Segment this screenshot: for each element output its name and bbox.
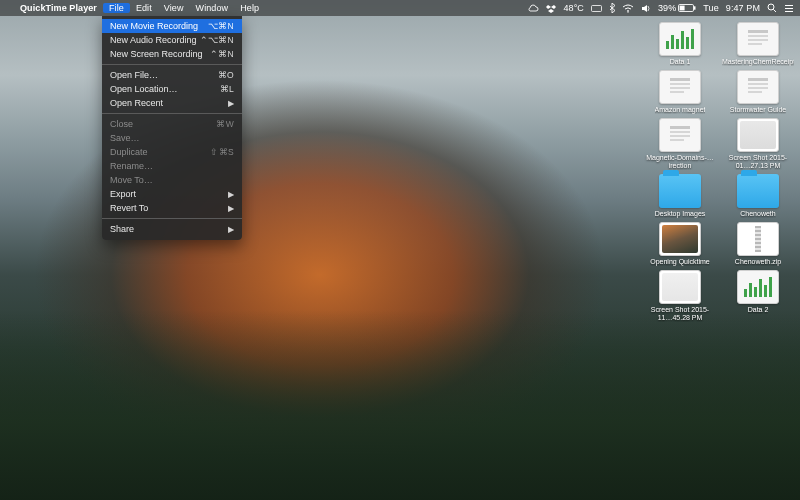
desktop-icon-label: Amazon magnet bbox=[655, 106, 706, 114]
image-icon bbox=[659, 222, 701, 256]
app-name[interactable]: QuickTime Player bbox=[14, 3, 103, 13]
submenu-arrow-icon: ▶ bbox=[228, 204, 234, 213]
menu-item-new-audio-recording[interactable]: New Audio Recording⌃⌥⌘N bbox=[102, 33, 242, 47]
svg-rect-0 bbox=[591, 5, 601, 11]
menu-item-open-file[interactable]: Open File…⌘O bbox=[102, 68, 242, 82]
menu-item-label: Duplicate bbox=[110, 147, 210, 157]
menu-item-rename: Rename… bbox=[102, 159, 242, 173]
menu-edit[interactable]: Edit bbox=[130, 3, 158, 13]
menu-item-revert-to[interactable]: Revert To▶ bbox=[102, 201, 242, 215]
desktop-icon[interactable]: Screen Shot 2015-11…45.28 PM bbox=[644, 270, 716, 322]
svg-rect-20 bbox=[748, 87, 768, 89]
image-icon bbox=[659, 270, 701, 304]
desktop-icon-label: Chenoweth.zip bbox=[735, 258, 781, 266]
doc-icon bbox=[737, 70, 779, 104]
menu-item-open-recent[interactable]: Open Recent▶ bbox=[102, 96, 242, 110]
image-icon bbox=[737, 118, 779, 152]
doc-icon bbox=[737, 22, 779, 56]
menubar: QuickTime Player FileEditViewWindowHelp … bbox=[0, 0, 800, 16]
desktop-icon[interactable]: Data 2 bbox=[722, 270, 794, 322]
svg-rect-22 bbox=[670, 126, 690, 129]
chart-icon bbox=[659, 22, 701, 56]
volume-icon[interactable] bbox=[641, 4, 651, 13]
doc-icon bbox=[659, 118, 701, 152]
menu-item-move-to: Move To… bbox=[102, 173, 242, 187]
desktop-icon[interactable]: Chenoweth.zip bbox=[722, 222, 794, 266]
bluetooth-icon[interactable] bbox=[609, 3, 615, 13]
desktop-icon[interactable]: Chenoweth bbox=[722, 174, 794, 218]
menu-item-export[interactable]: Export▶ bbox=[102, 187, 242, 201]
svg-rect-3 bbox=[694, 6, 696, 9]
file-menu-dropdown: New Movie Recording⌥⌘NNew Audio Recordin… bbox=[102, 16, 242, 240]
notification-center-icon[interactable] bbox=[784, 4, 794, 13]
svg-line-6 bbox=[773, 9, 776, 12]
svg-rect-16 bbox=[670, 87, 690, 89]
menu-item-label: Close bbox=[110, 119, 216, 129]
desktop-icon[interactable]: Desktop Images bbox=[644, 174, 716, 218]
desktop-icon-label: Stormwater Guide bbox=[730, 106, 786, 114]
menu-item-shortcut: ⌥⌘N bbox=[208, 21, 234, 31]
desktop-icon-label: MasteringChemReceipt bbox=[722, 58, 794, 66]
desktop-icons-area: Data 1MasteringChemReceiptAmazon magnetS… bbox=[634, 22, 794, 322]
desktop-icon[interactable]: Magnetic-Domains-…irection bbox=[644, 118, 716, 170]
cloud-icon[interactable] bbox=[527, 4, 539, 13]
menu-item-new-screen-recording[interactable]: New Screen Recording⌃⌘N bbox=[102, 47, 242, 61]
desktop-icon-label: Data 1 bbox=[670, 58, 691, 66]
desktop-icon[interactable]: Opening Quicktime bbox=[644, 222, 716, 266]
menu-item-label: New Movie Recording bbox=[110, 21, 208, 31]
folder-icon bbox=[659, 174, 701, 208]
zip-icon bbox=[737, 222, 779, 256]
menu-item-label: New Audio Recording bbox=[110, 35, 200, 45]
desktop-icon[interactable]: Screen Shot 2015-01…27.13 PM bbox=[722, 118, 794, 170]
svg-rect-25 bbox=[670, 139, 684, 141]
svg-point-5 bbox=[768, 4, 774, 10]
svg-rect-23 bbox=[670, 131, 690, 133]
menu-item-shortcut: ⇧⌘S bbox=[210, 147, 234, 157]
menu-item-share[interactable]: Share▶ bbox=[102, 222, 242, 236]
desktop-icon-label: Desktop Images bbox=[655, 210, 706, 218]
menu-separator bbox=[102, 113, 242, 114]
menu-item-close: Close⌘W bbox=[102, 117, 242, 131]
folder-icon bbox=[737, 174, 779, 208]
menu-view[interactable]: View bbox=[158, 3, 190, 13]
menu-item-label: Share bbox=[110, 224, 222, 234]
menu-item-label: Open Location… bbox=[110, 84, 220, 94]
menu-help[interactable]: Help bbox=[234, 3, 265, 13]
svg-rect-12 bbox=[748, 39, 768, 41]
svg-rect-18 bbox=[748, 78, 768, 81]
menu-item-save: Save… bbox=[102, 131, 242, 145]
desktop-icon-label: Screen Shot 2015-01…27.13 PM bbox=[722, 154, 794, 170]
chart-icon bbox=[737, 270, 779, 304]
svg-rect-10 bbox=[748, 30, 768, 33]
svg-point-1 bbox=[627, 11, 628, 12]
menu-item-shortcut: ⌃⌘N bbox=[210, 49, 234, 59]
menu-item-label: Save… bbox=[110, 133, 234, 143]
desktop-icon[interactable]: Stormwater Guide bbox=[722, 70, 794, 114]
menu-item-open-location[interactable]: Open Location…⌘L bbox=[102, 82, 242, 96]
desktop-icon[interactable]: Amazon magnet bbox=[644, 70, 716, 114]
menu-file[interactable]: File bbox=[103, 3, 130, 13]
menu-item-new-movie-recording[interactable]: New Movie Recording⌥⌘N bbox=[102, 19, 242, 33]
battery-indicator[interactable]: 39% bbox=[658, 3, 696, 13]
keyboard-icon[interactable] bbox=[591, 5, 602, 12]
wifi-icon[interactable] bbox=[622, 4, 634, 13]
svg-rect-17 bbox=[670, 91, 684, 93]
svg-rect-24 bbox=[670, 135, 690, 137]
clock-time[interactable]: 9:47 PM bbox=[726, 3, 760, 13]
menu-item-label: Open Recent bbox=[110, 98, 222, 108]
desktop-icon-label: Magnetic-Domains-…irection bbox=[644, 154, 716, 170]
desktop-icon[interactable]: MasteringChemReceipt bbox=[722, 22, 794, 66]
svg-rect-21 bbox=[748, 91, 762, 93]
dropbox-icon[interactable] bbox=[546, 4, 556, 13]
desktop-icon-label: Opening Quicktime bbox=[650, 258, 710, 266]
desktop-icon-label: Data 2 bbox=[748, 306, 769, 314]
menu-separator bbox=[102, 64, 242, 65]
spotlight-icon[interactable] bbox=[767, 3, 777, 13]
menu-window[interactable]: Window bbox=[190, 3, 235, 13]
menu-item-shortcut: ⌘L bbox=[220, 84, 234, 94]
temp-readout[interactable]: 48°C bbox=[563, 3, 584, 13]
desktop-icon[interactable]: Data 1 bbox=[644, 22, 716, 66]
desktop-icon-label: Screen Shot 2015-11…45.28 PM bbox=[644, 306, 716, 322]
clock-day[interactable]: Tue bbox=[703, 3, 718, 13]
menu-item-label: Rename… bbox=[110, 161, 234, 171]
